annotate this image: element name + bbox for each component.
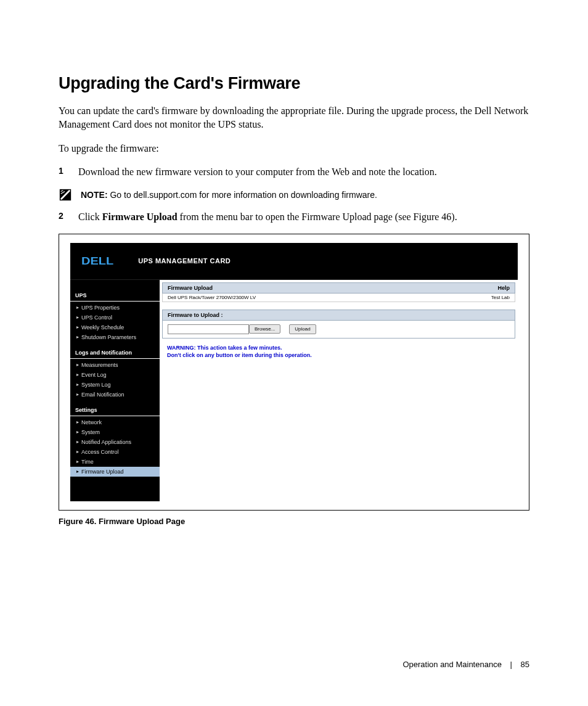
step-text-bold: Firmware Upload [102,211,178,222]
lead-paragraph: To upgrade the firmware: [59,142,529,155]
panel-title: Firmware to Upload : [163,310,515,321]
upload-panel: Firmware to Upload : Browse... Upload [162,310,515,339]
step-2: 2 Click Firmware Upload from the menu ba… [59,210,529,224]
file-path-input[interactable] [168,324,249,334]
note-label: NOTE: [81,190,108,200]
note-text: NOTE: Go to dell.support.com for more in… [81,190,377,200]
step-text-pre: Click [78,211,102,222]
note-icon [59,188,72,202]
sidebar-item-notified-applications[interactable]: Notified Applications [70,437,160,447]
sidebar-item-event-log[interactable]: Event Log [70,370,160,380]
note-body: Go to dell.support.com for more informat… [108,190,377,200]
warning-line-2: Don't click on any button or item during… [160,352,518,408]
step-1: 1 Download the new firmware version to y… [59,165,529,179]
sidebar-item-system-log[interactable]: System Log [70,380,160,390]
location-label: Test Lab [491,295,510,300]
warning-line-1: WARNING: This action takes a few minutes… [160,341,518,352]
brand-logo: DELL [81,255,113,268]
main-header-title: Firmware Upload [168,285,213,291]
page-heading: Upgrading the Card's Firmware [59,74,529,93]
footer-page-number: 85 [521,660,529,669]
sidebar-item-network[interactable]: Network [70,417,160,427]
figure-frame: DELL UPS MANAGEMENT CARD UPS UPS Propert… [59,234,529,511]
browse-button[interactable]: Browse... [249,324,280,334]
sidebar-item-system[interactable]: System [70,427,160,437]
sidebar-item-ups-control[interactable]: UPS Control [70,313,160,322]
step-number: 1 [59,165,78,179]
intro-paragraph: You can update the card's firmware by do… [59,104,529,132]
note-row: NOTE: Go to dell.support.com for more in… [59,188,529,202]
sidebar-item-measurements[interactable]: Measurements [70,360,160,370]
step-text: Download the new firmware version to you… [78,165,529,179]
sidebar-item-ups-properties[interactable]: UPS Properties [70,303,160,313]
sidebar-group-logs: Logs and Notification [70,346,160,359]
device-name: Dell UPS Rack/Tower 2700W/2300W LV [168,295,256,300]
step-number: 2 [59,210,78,224]
app-title: UPS MANAGEMENT CARD [138,257,231,265]
sidebar-item-shutdown-parameters[interactable]: Shutdown Parameters [70,332,160,342]
footer-section: Operation and Maintenance [402,660,501,669]
upload-button[interactable]: Upload [289,324,316,334]
app-shell: DELL UPS MANAGEMENT CARD UPS UPS Propert… [70,243,518,501]
sidebar-item-firmware-upload[interactable]: Firmware Upload [70,467,160,477]
help-link[interactable]: Help [497,285,510,291]
sidebar-item-access-control[interactable]: Access Control [70,447,160,457]
app-header: DELL UPS MANAGEMENT CARD [70,243,518,280]
sidebar-item-email-notification[interactable]: Email Notification [70,390,160,400]
sidebar-group-settings: Settings [70,403,160,416]
page-footer: Operation and Maintenance | 85 [402,660,529,669]
sidebar-group-ups: UPS [70,289,160,302]
main-panel: Firmware Upload Help Dell UPS Rack/Tower… [160,280,518,501]
step-text-post: from the menu bar to open the Firmware U… [178,211,457,222]
figure-caption: Figure 46. Firmware Upload Page [59,517,529,526]
sidebar-item-weekly-schedule[interactable]: Weekly Schedule [70,322,160,332]
main-subheader: Dell UPS Rack/Tower 2700W/2300W LV Test … [162,293,515,302]
main-header: Firmware Upload Help [162,282,515,293]
sidebar: UPS UPS Properties UPS Control Weekly Sc… [70,280,160,501]
footer-separator: | [510,660,512,669]
sidebar-item-time[interactable]: Time [70,457,160,467]
step-text: Click Firmware Upload from the menu bar … [78,210,529,224]
